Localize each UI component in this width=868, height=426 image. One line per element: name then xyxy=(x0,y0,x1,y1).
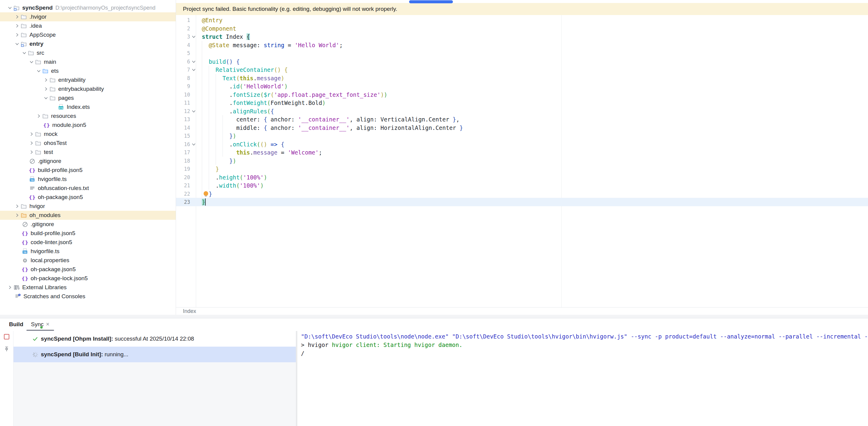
tree-item-entrybackupability[interactable]: entrybackupability xyxy=(0,84,176,93)
stop-button[interactable] xyxy=(4,334,9,339)
chevron-expanded-icon[interactable] xyxy=(28,59,35,65)
ts-icon: TS xyxy=(22,248,28,255)
close-tab-icon[interactable]: × xyxy=(46,321,50,328)
build-body: syncSpend [Ohpm Install]: successful At … xyxy=(0,331,868,426)
pin-icon[interactable] xyxy=(4,346,10,352)
tree-item--idea[interactable]: .idea xyxy=(0,21,176,30)
code-line-21[interactable]: 21 .width('100%') xyxy=(176,181,868,190)
chevron-expanded-icon[interactable] xyxy=(21,50,28,56)
panel-splitter[interactable] xyxy=(0,315,868,318)
code-line-23[interactable]: 23} xyxy=(176,198,868,206)
build-step-row[interactable]: syncSpend [Ohpm Install]: successful At … xyxy=(13,331,296,347)
tree-item-local-properties[interactable]: ⚙local.properties xyxy=(0,256,176,265)
chevron-collapsed-icon[interactable] xyxy=(14,23,21,29)
intention-bulb-icon[interactable] xyxy=(204,191,208,196)
tree-item-ohostest[interactable]: ohosTest xyxy=(0,139,176,148)
json5-icon: {} xyxy=(22,230,28,236)
tree-item-hvigor[interactable]: hvigor xyxy=(0,202,176,211)
tree-item-scratches-and-consoles[interactable]: Scratches and Consoles xyxy=(0,292,176,301)
tree-item-appscope[interactable]: AppScope xyxy=(0,30,176,39)
code-line-16[interactable]: 16 .onClick(() => { xyxy=(176,140,868,148)
code-line-9[interactable]: 9 .id('HelloWorld') xyxy=(176,82,868,90)
code-line-17[interactable]: 17 this.message = 'Welcome'; xyxy=(176,148,868,157)
chevron-collapsed-icon[interactable] xyxy=(14,203,21,209)
line-number: 6 xyxy=(176,59,190,65)
tree-item-ets[interactable]: ets xyxy=(0,66,176,76)
code-line-2[interactable]: 2@Component xyxy=(176,24,868,33)
tree-item-hvigorfile-ts[interactable]: TShvigorfile.ts xyxy=(0,175,176,184)
tree-item-external-libraries[interactable]: External Libraries xyxy=(0,283,176,292)
tree-item-entry[interactable]: entry xyxy=(0,39,176,49)
code-line-5[interactable]: 5 xyxy=(176,49,868,57)
tree-item-obfuscation-rules-txt[interactable]: obfuscation-rules.txt xyxy=(0,184,176,193)
tree-item-oh-package-json5[interactable]: {}oh-package.json5 xyxy=(0,193,176,202)
chevron-collapsed-icon[interactable] xyxy=(43,86,49,92)
chevron-collapsed-icon[interactable] xyxy=(28,149,35,155)
code-line-3[interactable]: 3struct Index { xyxy=(176,32,868,41)
tree-item-label: module.json5 xyxy=(52,122,86,129)
tree-item-entryability[interactable]: entryability xyxy=(0,76,176,84)
chevron-expanded-icon[interactable] xyxy=(14,40,21,47)
code-line-4[interactable]: 4 @State message: string = 'Hello World'… xyxy=(176,41,868,49)
breadcrumb-item[interactable]: Index xyxy=(183,308,196,314)
tree-item-syncspend[interactable]: syncSpendD:\project\harmonyOs_project\sy… xyxy=(0,3,176,12)
chevron-expanded-icon[interactable] xyxy=(43,95,49,101)
code-line-12[interactable]: 12 .alignRules({ xyxy=(176,107,868,115)
code-line-10[interactable]: 10 .fontSize($r('app.float.page_text_fon… xyxy=(176,90,868,99)
editor-area: Project sync failed. Basic functionality… xyxy=(176,0,868,315)
code-line-7[interactable]: 7 RelativeContainer() { xyxy=(176,65,868,74)
code-line-18[interactable]: 18 }) xyxy=(176,157,868,165)
tree-item--gitignore[interactable]: .gitignore xyxy=(0,157,176,166)
code-line-15[interactable]: 15 }) xyxy=(176,132,868,140)
chevron-collapsed-icon[interactable] xyxy=(35,113,42,119)
chevron-collapsed-icon[interactable] xyxy=(43,77,49,83)
tree-item-src[interactable]: src xyxy=(0,49,176,57)
code-editor[interactable]: 1@Entry2@Component3struct Index {4 @Stat… xyxy=(176,15,868,307)
tree-item-build-profile-json5[interactable]: {}build-profile.json5 xyxy=(0,166,176,175)
tree-item-main[interactable]: main xyxy=(0,57,176,66)
chevron-spacer xyxy=(15,221,22,228)
tree-item-oh-package-lock-json5[interactable]: {}oh-package-lock.json5 xyxy=(0,274,176,283)
tree-item-index-ets[interactable]: ETSIndex.ets xyxy=(0,103,176,112)
tree-item-module-json5[interactable]: {}module.json5 xyxy=(0,120,176,130)
tree-item--hvigor[interactable]: .hvigor xyxy=(0,12,176,21)
code-line-1[interactable]: 1@Entry xyxy=(176,16,868,24)
tree-item-oh-package-json5[interactable]: {}oh-package.json5 xyxy=(0,265,176,274)
code-line-19[interactable]: 19 } xyxy=(176,165,868,173)
tree-item-test[interactable]: test xyxy=(0,148,176,157)
code-line-20[interactable]: 20 .height('100%') xyxy=(176,173,868,181)
tree-item-build-profile-json5[interactable]: {}build-profile.json5 xyxy=(0,229,176,238)
fold-icon[interactable] xyxy=(191,142,196,147)
chevron-collapsed-icon[interactable] xyxy=(14,13,21,20)
tree-item-label: oh-package-lock.json5 xyxy=(31,275,88,282)
tree-item-mock[interactable]: mock xyxy=(0,130,176,139)
code-line-22[interactable]: 22 } xyxy=(176,190,868,198)
tree-item-pages[interactable]: pages xyxy=(0,93,176,103)
chevron-expanded-icon[interactable] xyxy=(7,4,13,11)
code-line-11[interactable]: 11 .fontWeight(FontWeight.Bold) xyxy=(176,98,868,107)
chevron-collapsed-icon[interactable] xyxy=(14,212,21,219)
chevron-collapsed-icon[interactable] xyxy=(7,284,13,291)
code-text: } xyxy=(202,199,205,205)
tree-item-resources[interactable]: resources xyxy=(0,112,176,120)
tree-item-hvigorfile-ts[interactable]: TShvigorfile.ts xyxy=(0,247,176,256)
tree-item--gitignore[interactable]: .gitignore xyxy=(0,220,176,229)
code-line-6[interactable]: 6 build() { xyxy=(176,57,868,66)
chevron-collapsed-icon[interactable] xyxy=(14,32,21,38)
chevron-collapsed-icon[interactable] xyxy=(28,140,35,146)
fold-icon[interactable] xyxy=(191,67,196,73)
code-line-14[interactable]: 14 middle: { anchor: '__container__', al… xyxy=(176,123,868,132)
tree-item-code-linter-json5[interactable]: {}code-linter.json5 xyxy=(0,238,176,247)
code-line-8[interactable]: 8 Text(this.message) xyxy=(176,74,868,82)
build-step-row[interactable]: syncSpend [Build Init]: running... xyxy=(13,347,296,362)
fold-icon[interactable] xyxy=(191,34,196,39)
fold-icon[interactable] xyxy=(191,109,196,114)
fold-icon[interactable] xyxy=(191,59,196,64)
chevron-collapsed-icon[interactable] xyxy=(28,131,35,137)
build-tool-window: Build Sync × syncSpend [Ohpm Install]: s… xyxy=(0,318,868,426)
code-line-13[interactable]: 13 center: { anchor: '__container__', al… xyxy=(176,115,868,123)
build-console[interactable]: "D:\soft\DevEco Studio\tools\node\node.e… xyxy=(297,331,868,426)
chevron-expanded-icon[interactable] xyxy=(35,68,42,74)
code-text: .width('100%') xyxy=(202,182,264,189)
tree-item-oh-modules[interactable]: oh_modules xyxy=(0,211,176,220)
